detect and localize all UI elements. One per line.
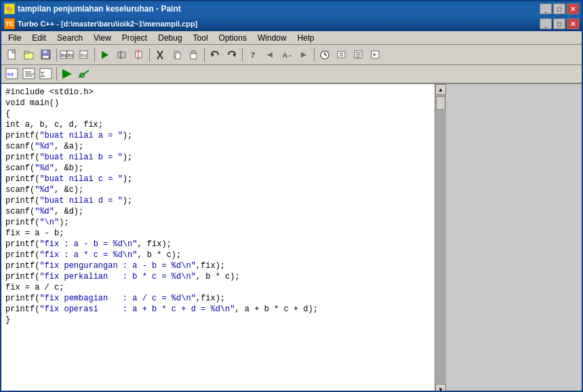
scroll-down-button[interactable]: ▼ xyxy=(435,384,446,392)
toolbar2-run[interactable] xyxy=(59,66,75,82)
separator-3 xyxy=(149,48,150,62)
toolbar-outdent[interactable] xyxy=(367,47,384,63)
svg-rect-3 xyxy=(24,52,28,54)
svg-text:0s: 0s xyxy=(61,53,66,58)
menu-project[interactable]: Project xyxy=(117,31,153,44)
toolbar2-trace[interactable] xyxy=(76,66,92,82)
toolbar-paste[interactable] xyxy=(186,47,202,63)
svg-rect-23 xyxy=(192,51,195,54)
separator-5 xyxy=(242,48,243,62)
svg-marker-49 xyxy=(62,69,72,79)
code-line: scanf("%d", &d); xyxy=(5,206,430,217)
toolbar-help[interactable]: ? xyxy=(245,47,261,63)
svg-marker-26 xyxy=(267,52,273,58)
code-line: scanf("%d", &c); xyxy=(5,184,430,195)
svg-rect-5 xyxy=(43,50,47,54)
toolbar-1: 0s0s 0s ? xyxy=(1,45,582,65)
toolbar-cut[interactable] xyxy=(152,47,168,63)
toolbar-btn-8[interactable] xyxy=(131,47,147,63)
paint-title: tampilan penjumlahan keseluruhan - Paint xyxy=(18,4,181,14)
maximize-button[interactable]: □ xyxy=(553,18,565,29)
code-line: printf("fix pembagian : a / c = %d\n",fi… xyxy=(5,293,430,304)
svg-rect-14 xyxy=(118,52,125,58)
code-line: printf("fix operasi : a + b * c + d = %d… xyxy=(5,304,430,315)
code-line: #include <stdio.h> xyxy=(5,87,430,98)
scroll-thumb[interactable] xyxy=(436,96,445,110)
toolbar-open[interactable] xyxy=(21,47,37,63)
code-line: printf("fix pengurangan : a - b = %d\n",… xyxy=(5,260,430,271)
code-line: printf("fix : a * c = %d\n", b * c); xyxy=(5,250,430,260)
menu-tool[interactable]: Tool xyxy=(188,31,214,44)
right-panel xyxy=(446,84,582,392)
menu-debug[interactable]: Debug xyxy=(153,31,187,44)
toolbar-run[interactable] xyxy=(97,47,113,63)
paint-minimize[interactable]: _ xyxy=(540,3,552,14)
toolbar2-btn2[interactable] xyxy=(21,66,37,82)
toolbar-indent[interactable] xyxy=(350,47,367,63)
menu-file[interactable]: File xyxy=(3,31,26,44)
toolbar-redo[interactable] xyxy=(224,47,240,63)
toolbar2-btn3[interactable]: Σ xyxy=(38,66,54,82)
code-line: scanf("%d", &a); xyxy=(5,141,430,152)
menu-options[interactable]: Options xyxy=(214,31,252,44)
toolbar-paste2[interactable]: A→B xyxy=(279,47,295,63)
menu-help[interactable]: Help xyxy=(292,31,320,44)
minimize-button[interactable]: _ xyxy=(540,18,552,29)
separator-4 xyxy=(204,48,205,62)
toolbar-2: int Σ xyxy=(1,65,582,84)
separator-2 xyxy=(94,48,95,62)
toolbar-save[interactable] xyxy=(38,47,54,63)
paint-title-controls: _ □ ✕ xyxy=(540,3,579,14)
toolbar-new[interactable] xyxy=(4,47,20,63)
paint-maximize[interactable]: □ xyxy=(553,3,565,14)
svg-text:0s: 0s xyxy=(68,53,73,58)
vertical-scrollbar[interactable]: ▲ ▼ xyxy=(435,84,446,392)
code-line: printf("\n"); xyxy=(5,217,430,228)
code-editor[interactable]: #include <stdio.h>void main(){int a, b, … xyxy=(1,84,435,392)
code-line: fix = a - b; xyxy=(5,228,430,239)
toolbar-btn-right[interactable] xyxy=(296,47,312,63)
toolbar-watch[interactable] xyxy=(317,47,333,63)
svg-text:A→B: A→B xyxy=(283,52,292,60)
scroll-track[interactable] xyxy=(435,95,446,384)
toolbar2-btn1[interactable]: int xyxy=(4,66,20,82)
scroll-up-button[interactable]: ▲ xyxy=(435,84,446,95)
svg-marker-28 xyxy=(301,52,306,58)
svg-text:int: int xyxy=(7,71,14,77)
menu-edit[interactable]: Edit xyxy=(26,31,52,44)
code-line: printf("buat nilai b = "); xyxy=(5,152,430,163)
code-line: printf("fix perkalian : b * c = %d\n", b… xyxy=(5,271,430,282)
paint-close[interactable]: ✕ xyxy=(567,3,579,14)
app-icon: TC xyxy=(4,18,15,29)
toolbar-btn-4[interactable]: 0s0s xyxy=(59,47,75,63)
code-content[interactable]: #include <stdio.h>void main(){int a, b, … xyxy=(1,84,435,392)
toolbar-arrow-left[interactable] xyxy=(262,47,278,63)
svg-rect-6 xyxy=(43,56,49,58)
svg-text:Σ: Σ xyxy=(41,70,45,78)
toolbar-btn-5[interactable]: 0s xyxy=(76,47,92,63)
code-line: printf("buat nilai a = "); xyxy=(5,130,430,141)
toolbar-btn-7[interactable] xyxy=(114,47,130,63)
menu-view[interactable]: View xyxy=(88,31,117,44)
menu-window[interactable]: Window xyxy=(252,31,292,44)
menu-search[interactable]: Search xyxy=(52,31,88,44)
svg-rect-1 xyxy=(12,50,15,53)
code-line: printf("buat nilai c = "); xyxy=(5,174,430,184)
toolbar-btn-18[interactable] xyxy=(334,47,350,63)
svg-marker-25 xyxy=(233,53,235,57)
svg-marker-13 xyxy=(102,51,108,59)
close-button[interactable]: ✕ xyxy=(567,18,579,29)
svg-marker-24 xyxy=(212,53,214,57)
code-line: fix = a / c; xyxy=(5,282,430,293)
code-line: void main() xyxy=(5,98,430,109)
svg-rect-32 xyxy=(338,52,345,58)
code-line: int a, b, c, d, fix; xyxy=(5,119,430,130)
separator-6 xyxy=(314,48,315,62)
paint-icon: 🎨 xyxy=(4,3,15,14)
code-line: scanf("%d", &b); xyxy=(5,163,430,174)
app-title: Turbo C++ - [d:\master\baru\ioik2~1\mena… xyxy=(18,20,197,28)
toolbar-undo[interactable] xyxy=(207,47,223,63)
toolbar-copy[interactable] xyxy=(169,47,185,63)
svg-text:0s: 0s xyxy=(81,52,87,58)
code-line: printf("buat nilai d = "); xyxy=(5,195,430,206)
